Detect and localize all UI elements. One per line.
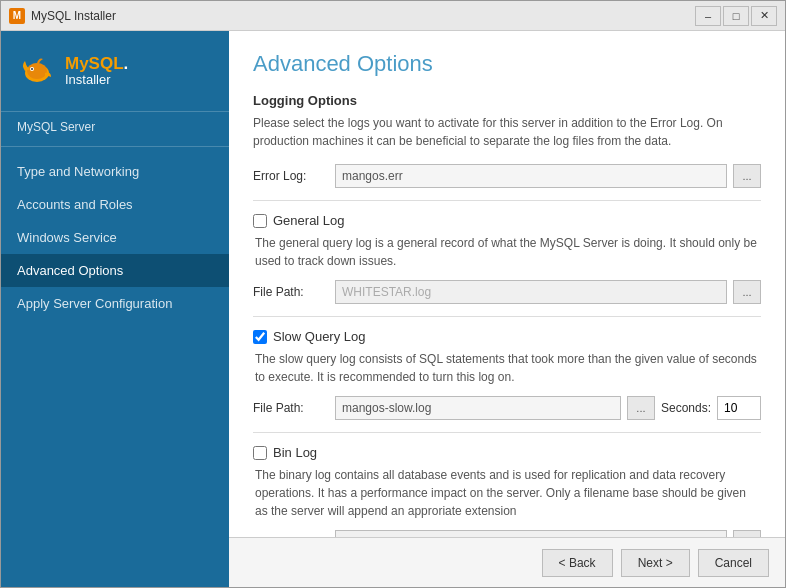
divider-3 bbox=[253, 432, 761, 433]
svg-point-1 bbox=[27, 63, 47, 79]
bin-log-checkbox-row: Bin Log bbox=[253, 445, 761, 460]
divider-2 bbox=[253, 316, 761, 317]
sidebar-nav: Type and Networking Accounts and Roles W… bbox=[1, 147, 229, 587]
general-log-checkbox-row: General Log bbox=[253, 213, 761, 228]
bin-log-desc: The binary log contains all database eve… bbox=[255, 466, 761, 520]
dolphin-icon bbox=[17, 51, 57, 91]
seconds-label: Seconds: bbox=[661, 401, 711, 415]
svg-point-3 bbox=[31, 68, 33, 70]
error-log-input[interactable] bbox=[335, 164, 727, 188]
sidebar-item-apply-server-configuration[interactable]: Apply Server Configuration bbox=[1, 287, 229, 320]
logging-section-title: Logging Options bbox=[253, 93, 761, 108]
close-button[interactable]: ✕ bbox=[751, 6, 777, 26]
title-bar-title: MySQL Installer bbox=[31, 9, 695, 23]
sidebar-item-accounts-and-roles[interactable]: Accounts and Roles bbox=[1, 188, 229, 221]
slow-query-filepath-row: File Path: ... Seconds: bbox=[253, 396, 761, 420]
mysql-brand-text: MySQL. Installer bbox=[65, 55, 128, 87]
next-button[interactable]: Next > bbox=[621, 549, 690, 577]
sidebar-item-windows-service[interactable]: Windows Service bbox=[1, 221, 229, 254]
divider-1 bbox=[253, 200, 761, 201]
general-log-filepath-label: File Path: bbox=[253, 285, 329, 299]
slow-query-log-desc: The slow query log consists of SQL state… bbox=[255, 350, 761, 386]
minimize-button[interactable]: – bbox=[695, 6, 721, 26]
sidebar-header: MySQL. Installer bbox=[1, 31, 229, 112]
bin-log-filepath-input[interactable] bbox=[335, 530, 727, 537]
mysql-text-mysql: MySQL bbox=[65, 54, 124, 73]
cancel-button[interactable]: Cancel bbox=[698, 549, 769, 577]
slow-query-log-checkbox[interactable] bbox=[253, 330, 267, 344]
maximize-button[interactable]: □ bbox=[723, 6, 749, 26]
app-icon: M bbox=[9, 8, 25, 24]
sidebar-item-advanced-options[interactable]: Advanced Options bbox=[1, 254, 229, 287]
seconds-input[interactable] bbox=[717, 396, 761, 420]
slow-query-log-checkbox-row: Slow Query Log bbox=[253, 329, 761, 344]
page-title: Advanced Options bbox=[253, 51, 761, 77]
mysql-dot: . bbox=[124, 54, 129, 73]
bin-log-browse-button[interactable]: ... bbox=[733, 530, 761, 537]
footer: < Back Next > Cancel bbox=[229, 537, 785, 587]
error-log-browse-button[interactable]: ... bbox=[733, 164, 761, 188]
logging-section-desc: Please select the logs you want to activ… bbox=[253, 114, 761, 150]
slow-query-log-label[interactable]: Slow Query Log bbox=[273, 329, 366, 344]
title-bar: M MySQL Installer – □ ✕ bbox=[1, 1, 785, 31]
slow-query-filepath-input[interactable] bbox=[335, 396, 621, 420]
sidebar-item-type-and-networking[interactable]: Type and Networking bbox=[1, 155, 229, 188]
main-content: MySQL. Installer MySQL Server Type and N… bbox=[1, 31, 785, 587]
bin-log-filepath-row: File Path: ... bbox=[253, 530, 761, 537]
mysql-logo: MySQL. Installer bbox=[17, 51, 213, 91]
content-area: Advanced Options Logging Options Please … bbox=[229, 31, 785, 537]
general-log-filepath-input[interactable] bbox=[335, 280, 727, 304]
error-log-row: Error Log: ... bbox=[253, 164, 761, 188]
right-panel: Advanced Options Logging Options Please … bbox=[229, 31, 785, 587]
sidebar-subtitle: MySQL Server bbox=[1, 112, 229, 147]
bin-log-checkbox[interactable] bbox=[253, 446, 267, 460]
general-log-desc: The general query log is a general recor… bbox=[255, 234, 761, 270]
bin-log-label[interactable]: Bin Log bbox=[273, 445, 317, 460]
general-log-browse-button[interactable]: ... bbox=[733, 280, 761, 304]
mysql-text-installer: Installer bbox=[65, 72, 128, 87]
error-log-label: Error Log: bbox=[253, 169, 329, 183]
window-controls: – □ ✕ bbox=[695, 6, 777, 26]
general-log-label[interactable]: General Log bbox=[273, 213, 345, 228]
seconds-row: Seconds: bbox=[661, 396, 761, 420]
general-log-filepath-row: File Path: ... bbox=[253, 280, 761, 304]
slow-query-filepath-label: File Path: bbox=[253, 401, 329, 415]
sidebar: MySQL. Installer MySQL Server Type and N… bbox=[1, 31, 229, 587]
back-button[interactable]: < Back bbox=[542, 549, 613, 577]
general-log-checkbox[interactable] bbox=[253, 214, 267, 228]
main-window: M MySQL Installer – □ ✕ bbox=[0, 0, 786, 588]
slow-query-browse-button[interactable]: ... bbox=[627, 396, 655, 420]
